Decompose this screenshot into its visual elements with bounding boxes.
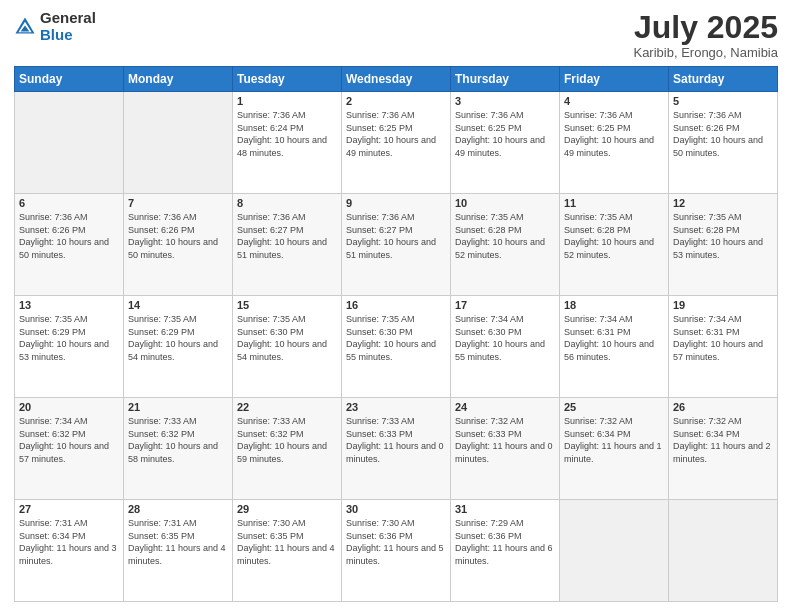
calendar-cell xyxy=(669,500,778,602)
calendar-header-friday: Friday xyxy=(560,67,669,92)
calendar-cell: 5Sunrise: 7:36 AMSunset: 6:26 PMDaylight… xyxy=(669,92,778,194)
calendar-cell: 17Sunrise: 7:34 AMSunset: 6:30 PMDayligh… xyxy=(451,296,560,398)
day-info: Sunrise: 7:35 AMSunset: 6:28 PMDaylight:… xyxy=(455,211,555,261)
logo: General Blue xyxy=(14,10,96,43)
day-info: Sunrise: 7:35 AMSunset: 6:28 PMDaylight:… xyxy=(673,211,773,261)
day-info: Sunrise: 7:35 AMSunset: 6:30 PMDaylight:… xyxy=(346,313,446,363)
day-number: 8 xyxy=(237,197,337,209)
day-info: Sunrise: 7:35 AMSunset: 6:30 PMDaylight:… xyxy=(237,313,337,363)
day-number: 24 xyxy=(455,401,555,413)
day-number: 14 xyxy=(128,299,228,311)
calendar-cell xyxy=(15,92,124,194)
calendar-header-wednesday: Wednesday xyxy=(342,67,451,92)
day-info: Sunrise: 7:34 AMSunset: 6:30 PMDaylight:… xyxy=(455,313,555,363)
calendar-cell: 8Sunrise: 7:36 AMSunset: 6:27 PMDaylight… xyxy=(233,194,342,296)
logo-icon xyxy=(14,16,36,38)
calendar-header-sunday: Sunday xyxy=(15,67,124,92)
calendar-cell xyxy=(124,92,233,194)
day-info: Sunrise: 7:36 AMSunset: 6:25 PMDaylight:… xyxy=(346,109,446,159)
day-number: 18 xyxy=(564,299,664,311)
calendar-cell: 11Sunrise: 7:35 AMSunset: 6:28 PMDayligh… xyxy=(560,194,669,296)
day-info: Sunrise: 7:36 AMSunset: 6:25 PMDaylight:… xyxy=(564,109,664,159)
day-info: Sunrise: 7:33 AMSunset: 6:32 PMDaylight:… xyxy=(237,415,337,465)
calendar-cell: 19Sunrise: 7:34 AMSunset: 6:31 PMDayligh… xyxy=(669,296,778,398)
header: General Blue July 2025 Karibib, Erongo, … xyxy=(14,10,778,60)
day-number: 23 xyxy=(346,401,446,413)
calendar-cell: 22Sunrise: 7:33 AMSunset: 6:32 PMDayligh… xyxy=(233,398,342,500)
day-number: 6 xyxy=(19,197,119,209)
day-info: Sunrise: 7:36 AMSunset: 6:26 PMDaylight:… xyxy=(19,211,119,261)
day-number: 2 xyxy=(346,95,446,107)
calendar-cell xyxy=(560,500,669,602)
day-number: 13 xyxy=(19,299,119,311)
day-number: 21 xyxy=(128,401,228,413)
calendar-header-tuesday: Tuesday xyxy=(233,67,342,92)
day-number: 12 xyxy=(673,197,773,209)
day-info: Sunrise: 7:35 AMSunset: 6:29 PMDaylight:… xyxy=(19,313,119,363)
calendar-header-saturday: Saturday xyxy=(669,67,778,92)
calendar-cell: 25Sunrise: 7:32 AMSunset: 6:34 PMDayligh… xyxy=(560,398,669,500)
day-number: 5 xyxy=(673,95,773,107)
day-number: 9 xyxy=(346,197,446,209)
day-number: 26 xyxy=(673,401,773,413)
day-info: Sunrise: 7:31 AMSunset: 6:35 PMDaylight:… xyxy=(128,517,228,567)
day-info: Sunrise: 7:32 AMSunset: 6:34 PMDaylight:… xyxy=(564,415,664,465)
calendar-cell: 21Sunrise: 7:33 AMSunset: 6:32 PMDayligh… xyxy=(124,398,233,500)
day-number: 16 xyxy=(346,299,446,311)
day-number: 7 xyxy=(128,197,228,209)
calendar-cell: 12Sunrise: 7:35 AMSunset: 6:28 PMDayligh… xyxy=(669,194,778,296)
calendar-cell: 1Sunrise: 7:36 AMSunset: 6:24 PMDaylight… xyxy=(233,92,342,194)
calendar: SundayMondayTuesdayWednesdayThursdayFrid… xyxy=(14,66,778,602)
day-info: Sunrise: 7:35 AMSunset: 6:29 PMDaylight:… xyxy=(128,313,228,363)
calendar-header-monday: Monday xyxy=(124,67,233,92)
day-number: 19 xyxy=(673,299,773,311)
calendar-cell: 6Sunrise: 7:36 AMSunset: 6:26 PMDaylight… xyxy=(15,194,124,296)
subtitle: Karibib, Erongo, Namibia xyxy=(633,45,778,60)
calendar-week-row: 13Sunrise: 7:35 AMSunset: 6:29 PMDayligh… xyxy=(15,296,778,398)
day-info: Sunrise: 7:35 AMSunset: 6:28 PMDaylight:… xyxy=(564,211,664,261)
calendar-week-row: 27Sunrise: 7:31 AMSunset: 6:34 PMDayligh… xyxy=(15,500,778,602)
calendar-cell: 31Sunrise: 7:29 AMSunset: 6:36 PMDayligh… xyxy=(451,500,560,602)
calendar-cell: 20Sunrise: 7:34 AMSunset: 6:32 PMDayligh… xyxy=(15,398,124,500)
calendar-week-row: 6Sunrise: 7:36 AMSunset: 6:26 PMDaylight… xyxy=(15,194,778,296)
day-info: Sunrise: 7:33 AMSunset: 6:33 PMDaylight:… xyxy=(346,415,446,465)
day-info: Sunrise: 7:36 AMSunset: 6:27 PMDaylight:… xyxy=(237,211,337,261)
day-number: 15 xyxy=(237,299,337,311)
calendar-week-row: 1Sunrise: 7:36 AMSunset: 6:24 PMDaylight… xyxy=(15,92,778,194)
calendar-cell: 10Sunrise: 7:35 AMSunset: 6:28 PMDayligh… xyxy=(451,194,560,296)
calendar-cell: 30Sunrise: 7:30 AMSunset: 6:36 PMDayligh… xyxy=(342,500,451,602)
day-number: 30 xyxy=(346,503,446,515)
calendar-cell: 26Sunrise: 7:32 AMSunset: 6:34 PMDayligh… xyxy=(669,398,778,500)
calendar-cell: 23Sunrise: 7:33 AMSunset: 6:33 PMDayligh… xyxy=(342,398,451,500)
calendar-cell: 24Sunrise: 7:32 AMSunset: 6:33 PMDayligh… xyxy=(451,398,560,500)
day-info: Sunrise: 7:30 AMSunset: 6:36 PMDaylight:… xyxy=(346,517,446,567)
day-info: Sunrise: 7:36 AMSunset: 6:27 PMDaylight:… xyxy=(346,211,446,261)
calendar-week-row: 20Sunrise: 7:34 AMSunset: 6:32 PMDayligh… xyxy=(15,398,778,500)
day-info: Sunrise: 7:29 AMSunset: 6:36 PMDaylight:… xyxy=(455,517,555,567)
page: General Blue July 2025 Karibib, Erongo, … xyxy=(0,0,792,612)
day-info: Sunrise: 7:32 AMSunset: 6:33 PMDaylight:… xyxy=(455,415,555,465)
day-number: 25 xyxy=(564,401,664,413)
main-title: July 2025 xyxy=(633,10,778,45)
day-number: 17 xyxy=(455,299,555,311)
day-number: 11 xyxy=(564,197,664,209)
day-number: 20 xyxy=(19,401,119,413)
calendar-cell: 15Sunrise: 7:35 AMSunset: 6:30 PMDayligh… xyxy=(233,296,342,398)
day-number: 22 xyxy=(237,401,337,413)
day-number: 4 xyxy=(564,95,664,107)
calendar-cell: 18Sunrise: 7:34 AMSunset: 6:31 PMDayligh… xyxy=(560,296,669,398)
day-info: Sunrise: 7:32 AMSunset: 6:34 PMDaylight:… xyxy=(673,415,773,465)
calendar-header-row: SundayMondayTuesdayWednesdayThursdayFrid… xyxy=(15,67,778,92)
calendar-cell: 7Sunrise: 7:36 AMSunset: 6:26 PMDaylight… xyxy=(124,194,233,296)
calendar-cell: 9Sunrise: 7:36 AMSunset: 6:27 PMDaylight… xyxy=(342,194,451,296)
calendar-cell: 3Sunrise: 7:36 AMSunset: 6:25 PMDaylight… xyxy=(451,92,560,194)
day-number: 31 xyxy=(455,503,555,515)
calendar-cell: 16Sunrise: 7:35 AMSunset: 6:30 PMDayligh… xyxy=(342,296,451,398)
logo-blue: Blue xyxy=(40,27,96,44)
calendar-cell: 14Sunrise: 7:35 AMSunset: 6:29 PMDayligh… xyxy=(124,296,233,398)
day-number: 27 xyxy=(19,503,119,515)
day-info: Sunrise: 7:36 AMSunset: 6:26 PMDaylight:… xyxy=(673,109,773,159)
day-info: Sunrise: 7:33 AMSunset: 6:32 PMDaylight:… xyxy=(128,415,228,465)
day-info: Sunrise: 7:36 AMSunset: 6:25 PMDaylight:… xyxy=(455,109,555,159)
calendar-cell: 13Sunrise: 7:35 AMSunset: 6:29 PMDayligh… xyxy=(15,296,124,398)
